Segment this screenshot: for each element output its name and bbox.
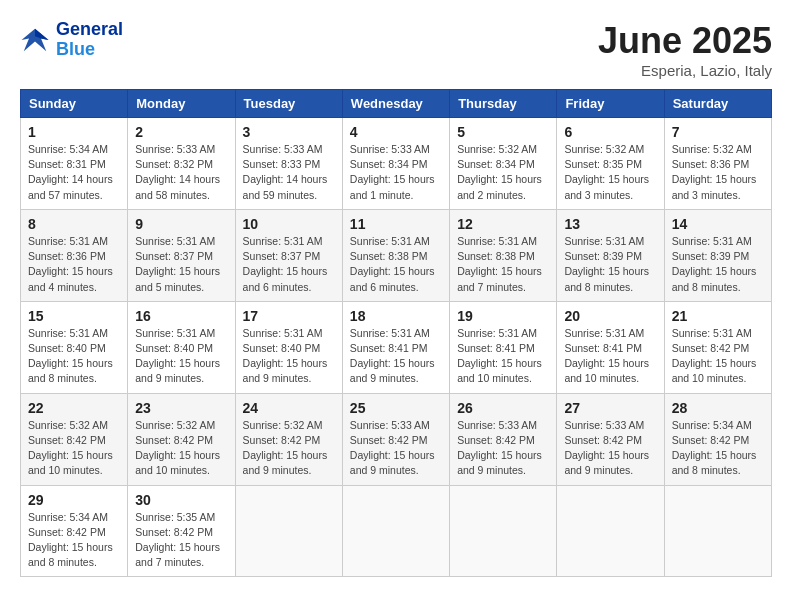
- day-info: Sunrise: 5:31 AM Sunset: 8:41 PM Dayligh…: [457, 326, 549, 387]
- day-number: 22: [28, 400, 120, 416]
- day-number: 4: [350, 124, 442, 140]
- day-cell: 10Sunrise: 5:31 AM Sunset: 8:37 PM Dayli…: [235, 209, 342, 301]
- day-number: 24: [243, 400, 335, 416]
- logo-icon: [20, 25, 50, 55]
- day-info: Sunrise: 5:31 AM Sunset: 8:36 PM Dayligh…: [28, 234, 120, 295]
- day-cell: 18Sunrise: 5:31 AM Sunset: 8:41 PM Dayli…: [342, 301, 449, 393]
- day-number: 8: [28, 216, 120, 232]
- day-info: Sunrise: 5:33 AM Sunset: 8:34 PM Dayligh…: [350, 142, 442, 203]
- weekday-header-saturday: Saturday: [664, 90, 771, 118]
- weekday-header-wednesday: Wednesday: [342, 90, 449, 118]
- day-cell: 6Sunrise: 5:32 AM Sunset: 8:35 PM Daylig…: [557, 118, 664, 210]
- day-cell: 29Sunrise: 5:34 AM Sunset: 8:42 PM Dayli…: [21, 485, 128, 577]
- day-info: Sunrise: 5:31 AM Sunset: 8:40 PM Dayligh…: [28, 326, 120, 387]
- day-number: 20: [564, 308, 656, 324]
- day-cell: 13Sunrise: 5:31 AM Sunset: 8:39 PM Dayli…: [557, 209, 664, 301]
- day-cell: [450, 485, 557, 577]
- day-cell: 26Sunrise: 5:33 AM Sunset: 8:42 PM Dayli…: [450, 393, 557, 485]
- day-info: Sunrise: 5:31 AM Sunset: 8:38 PM Dayligh…: [457, 234, 549, 295]
- day-info: Sunrise: 5:32 AM Sunset: 8:34 PM Dayligh…: [457, 142, 549, 203]
- day-cell: 14Sunrise: 5:31 AM Sunset: 8:39 PM Dayli…: [664, 209, 771, 301]
- day-cell: 27Sunrise: 5:33 AM Sunset: 8:42 PM Dayli…: [557, 393, 664, 485]
- weekday-header-tuesday: Tuesday: [235, 90, 342, 118]
- day-cell: 19Sunrise: 5:31 AM Sunset: 8:41 PM Dayli…: [450, 301, 557, 393]
- day-info: Sunrise: 5:31 AM Sunset: 8:40 PM Dayligh…: [243, 326, 335, 387]
- day-info: Sunrise: 5:32 AM Sunset: 8:36 PM Dayligh…: [672, 142, 764, 203]
- day-number: 15: [28, 308, 120, 324]
- week-row-1: 1Sunrise: 5:34 AM Sunset: 8:31 PM Daylig…: [21, 118, 772, 210]
- day-cell: 23Sunrise: 5:32 AM Sunset: 8:42 PM Dayli…: [128, 393, 235, 485]
- day-info: Sunrise: 5:33 AM Sunset: 8:42 PM Dayligh…: [350, 418, 442, 479]
- day-cell: 28Sunrise: 5:34 AM Sunset: 8:42 PM Dayli…: [664, 393, 771, 485]
- day-info: Sunrise: 5:31 AM Sunset: 8:37 PM Dayligh…: [135, 234, 227, 295]
- day-number: 7: [672, 124, 764, 140]
- day-number: 16: [135, 308, 227, 324]
- day-info: Sunrise: 5:35 AM Sunset: 8:42 PM Dayligh…: [135, 510, 227, 571]
- day-number: 9: [135, 216, 227, 232]
- day-number: 21: [672, 308, 764, 324]
- day-number: 30: [135, 492, 227, 508]
- logo: General Blue: [20, 20, 123, 60]
- day-cell: 5Sunrise: 5:32 AM Sunset: 8:34 PM Daylig…: [450, 118, 557, 210]
- day-info: Sunrise: 5:32 AM Sunset: 8:42 PM Dayligh…: [28, 418, 120, 479]
- weekday-header-sunday: Sunday: [21, 90, 128, 118]
- day-cell: 3Sunrise: 5:33 AM Sunset: 8:33 PM Daylig…: [235, 118, 342, 210]
- weekday-header-friday: Friday: [557, 90, 664, 118]
- day-cell: 24Sunrise: 5:32 AM Sunset: 8:42 PM Dayli…: [235, 393, 342, 485]
- day-number: 27: [564, 400, 656, 416]
- day-cell: [664, 485, 771, 577]
- day-number: 28: [672, 400, 764, 416]
- day-number: 10: [243, 216, 335, 232]
- day-info: Sunrise: 5:31 AM Sunset: 8:42 PM Dayligh…: [672, 326, 764, 387]
- day-number: 14: [672, 216, 764, 232]
- day-info: Sunrise: 5:34 AM Sunset: 8:31 PM Dayligh…: [28, 142, 120, 203]
- day-cell: 4Sunrise: 5:33 AM Sunset: 8:34 PM Daylig…: [342, 118, 449, 210]
- day-cell: [342, 485, 449, 577]
- page-header: General Blue June 2025 Esperia, Lazio, I…: [20, 20, 772, 79]
- day-number: 3: [243, 124, 335, 140]
- day-number: 11: [350, 216, 442, 232]
- day-info: Sunrise: 5:33 AM Sunset: 8:32 PM Dayligh…: [135, 142, 227, 203]
- day-info: Sunrise: 5:31 AM Sunset: 8:38 PM Dayligh…: [350, 234, 442, 295]
- day-number: 5: [457, 124, 549, 140]
- day-info: Sunrise: 5:33 AM Sunset: 8:42 PM Dayligh…: [457, 418, 549, 479]
- day-info: Sunrise: 5:31 AM Sunset: 8:37 PM Dayligh…: [243, 234, 335, 295]
- day-info: Sunrise: 5:31 AM Sunset: 8:39 PM Dayligh…: [564, 234, 656, 295]
- day-number: 17: [243, 308, 335, 324]
- day-cell: 16Sunrise: 5:31 AM Sunset: 8:40 PM Dayli…: [128, 301, 235, 393]
- day-info: Sunrise: 5:33 AM Sunset: 8:33 PM Dayligh…: [243, 142, 335, 203]
- day-number: 13: [564, 216, 656, 232]
- day-cell: 15Sunrise: 5:31 AM Sunset: 8:40 PM Dayli…: [21, 301, 128, 393]
- day-info: Sunrise: 5:31 AM Sunset: 8:40 PM Dayligh…: [135, 326, 227, 387]
- day-number: 1: [28, 124, 120, 140]
- day-number: 18: [350, 308, 442, 324]
- calendar-table: SundayMondayTuesdayWednesdayThursdayFrid…: [20, 89, 772, 577]
- week-row-4: 22Sunrise: 5:32 AM Sunset: 8:42 PM Dayli…: [21, 393, 772, 485]
- month-year: June 2025: [598, 20, 772, 62]
- week-row-2: 8Sunrise: 5:31 AM Sunset: 8:36 PM Daylig…: [21, 209, 772, 301]
- day-number: 26: [457, 400, 549, 416]
- day-cell: 22Sunrise: 5:32 AM Sunset: 8:42 PM Dayli…: [21, 393, 128, 485]
- day-cell: [235, 485, 342, 577]
- day-info: Sunrise: 5:32 AM Sunset: 8:42 PM Dayligh…: [243, 418, 335, 479]
- day-cell: 1Sunrise: 5:34 AM Sunset: 8:31 PM Daylig…: [21, 118, 128, 210]
- week-row-3: 15Sunrise: 5:31 AM Sunset: 8:40 PM Dayli…: [21, 301, 772, 393]
- day-number: 29: [28, 492, 120, 508]
- day-cell: 2Sunrise: 5:33 AM Sunset: 8:32 PM Daylig…: [128, 118, 235, 210]
- day-cell: 17Sunrise: 5:31 AM Sunset: 8:40 PM Dayli…: [235, 301, 342, 393]
- location: Esperia, Lazio, Italy: [598, 62, 772, 79]
- logo-text: General Blue: [56, 20, 123, 60]
- day-info: Sunrise: 5:32 AM Sunset: 8:42 PM Dayligh…: [135, 418, 227, 479]
- day-cell: 30Sunrise: 5:35 AM Sunset: 8:42 PM Dayli…: [128, 485, 235, 577]
- day-number: 12: [457, 216, 549, 232]
- day-cell: 20Sunrise: 5:31 AM Sunset: 8:41 PM Dayli…: [557, 301, 664, 393]
- day-cell: 12Sunrise: 5:31 AM Sunset: 8:38 PM Dayli…: [450, 209, 557, 301]
- day-number: 23: [135, 400, 227, 416]
- day-number: 2: [135, 124, 227, 140]
- day-cell: 11Sunrise: 5:31 AM Sunset: 8:38 PM Dayli…: [342, 209, 449, 301]
- day-number: 19: [457, 308, 549, 324]
- day-info: Sunrise: 5:34 AM Sunset: 8:42 PM Dayligh…: [28, 510, 120, 571]
- day-info: Sunrise: 5:34 AM Sunset: 8:42 PM Dayligh…: [672, 418, 764, 479]
- day-cell: 21Sunrise: 5:31 AM Sunset: 8:42 PM Dayli…: [664, 301, 771, 393]
- day-info: Sunrise: 5:31 AM Sunset: 8:41 PM Dayligh…: [564, 326, 656, 387]
